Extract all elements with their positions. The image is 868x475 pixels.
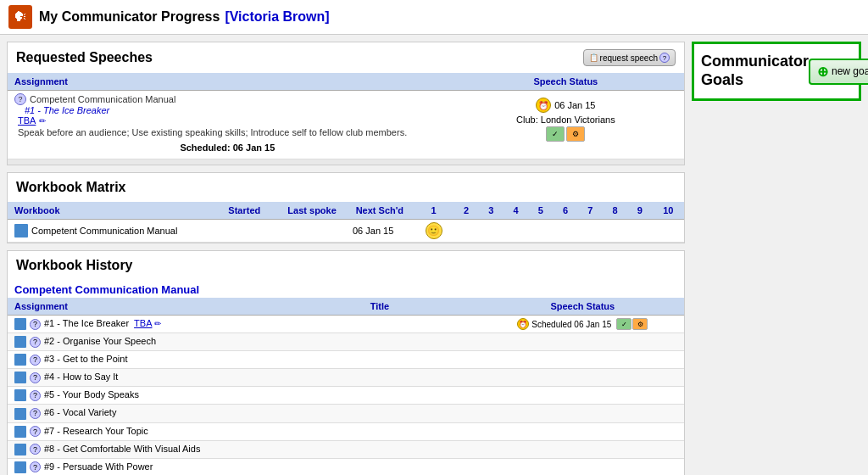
speech-num: #7 - Research Your Topic: [44, 426, 148, 436]
history-assignment-cell: ?#5 - Your Body Speaks: [8, 387, 278, 405]
history-title-cell: [278, 422, 481, 440]
history-status-cell: ⏰Scheduled 06 Jan 15✓⚙: [481, 316, 684, 333]
col-10: 10: [653, 202, 684, 220]
status-date: 06 Jan 15: [554, 100, 595, 110]
history-title-cell: [278, 387, 481, 405]
manual-name: Competent Communication Manual: [30, 94, 175, 104]
row-help-icon[interactable]: ?: [30, 444, 41, 455]
col-workbook: Workbook: [8, 202, 210, 220]
right-panel: Communicator Goals ⊕ new goal: [692, 42, 861, 475]
page-title: My Communicator Progress: [39, 9, 220, 25]
col-last-spoke: Last spoke: [278, 202, 346, 220]
status-action-icon-2[interactable]: ⚙: [632, 318, 648, 330]
col-5: 5: [528, 202, 553, 220]
history-status-cell: [481, 422, 684, 440]
row-help-icon[interactable]: ?: [30, 408, 41, 419]
book-icon: [14, 224, 28, 238]
speech-num: #3 - Get to the Point: [44, 354, 127, 364]
history-status-cell: [481, 387, 684, 405]
history-title-cell: [278, 316, 481, 333]
speech-num: #8 - Get Comfortable With Visual Aids: [44, 444, 200, 454]
history-title-cell: [278, 369, 481, 387]
matrix-speech-4: [504, 220, 528, 243]
matrix-speech-5: [528, 220, 553, 243]
matrix-next-schd: 06 Jan 15: [346, 220, 414, 243]
history-assignment-cell: ?#9 - Persuade With Power: [8, 458, 278, 475]
row-help-icon[interactable]: ?: [30, 390, 41, 401]
history-assignment-cell: ?#3 - Get to the Point: [8, 351, 278, 369]
workbook-history-section: Workbook History Competent Communication…: [7, 250, 685, 475]
row-help-icon[interactable]: ?: [30, 426, 41, 437]
matrix-workbook-name: Competent Communication Manual: [31, 226, 177, 236]
communicator-goals-title: Communicator Goals: [701, 53, 809, 89]
col-3: 3: [479, 202, 504, 220]
matrix-speech-8: [603, 220, 627, 243]
workbook-matrix-header: Workbook Matrix: [8, 173, 684, 202]
new-goal-button[interactable]: ⊕ new goal: [809, 59, 868, 85]
row-book-icon: [14, 408, 26, 420]
status-text: Scheduled 06 Jan 15: [531, 320, 611, 329]
speech-num: #2 - Organise Your Speech: [44, 336, 156, 346]
col-9: 9: [627, 202, 652, 220]
row-book-icon: [14, 444, 26, 455]
speech-row-1: ? Competent Communication Manual #1 - Th…: [8, 91, 684, 159]
history-assignment-cell: ?#7 - Research Your Topic: [8, 422, 278, 440]
row-help-icon[interactable]: ?: [30, 355, 41, 366]
history-status-cell: [481, 458, 684, 475]
page-header: 🗣 My Communicator Progress [Victoria Bro…: [0, 0, 868, 35]
history-row: ?#4 - How to Say It: [8, 369, 684, 387]
workbook-history-header: Workbook History: [8, 251, 684, 280]
speech-description: Speak before an audience; Use existing s…: [14, 126, 441, 139]
edit-pencil-icon[interactable]: ✏: [39, 116, 46, 126]
col-next-schd: Next Sch'd: [346, 202, 414, 220]
row-book-icon: [14, 426, 26, 438]
history-status-cell: [481, 369, 684, 387]
history-manual-title: Competent Communication Manual: [8, 280, 684, 298]
row-help-icon[interactable]: ?: [30, 337, 41, 348]
edit-icon[interactable]: ✏: [154, 319, 161, 328]
row-help-icon[interactable]: ?: [30, 372, 41, 383]
row-help-icon[interactable]: ?: [30, 461, 41, 472]
row-help-icon[interactable]: ?: [30, 319, 41, 330]
col-started: Started: [210, 202, 278, 220]
tba-label[interactable]: TBA: [18, 115, 36, 126]
matrix-started: [210, 220, 278, 243]
matrix-speech-1: 🙂: [414, 220, 454, 243]
history-assignment-cell: ?#6 - Vocal Variety: [8, 405, 278, 422]
history-row: ?#7 - Research Your Topic: [8, 422, 684, 440]
tba-label[interactable]: TBA: [134, 318, 152, 328]
scheduled-line: Scheduled: 06 Jan 15: [14, 139, 441, 156]
row-book-icon: [14, 318, 26, 330]
history-assignment-cell: ?#8 - Get Comfortable With Visual Aids: [8, 440, 278, 458]
history-row: ?#8 - Get Comfortable With Visual Aids: [8, 440, 684, 458]
speech-num: #4 - How to Say It: [44, 372, 118, 382]
request-speech-button[interactable]: 📋 request speech ?: [583, 49, 676, 66]
status-action-icon-1[interactable]: ✓: [616, 318, 632, 330]
history-title-cell: [278, 351, 481, 369]
history-status-cell: [481, 440, 684, 458]
row-book-icon: [14, 461, 26, 473]
action-icon-1[interactable]: ✓: [546, 126, 565, 142]
col-8: 8: [603, 202, 627, 220]
matrix-speech-10: [653, 220, 684, 243]
history-assignment-cell: ?#2 - Organise Your Speech: [8, 333, 278, 351]
matrix-row-1: Competent Communication Manual 06 Jan 15…: [8, 220, 684, 243]
matrix-speech-3: [479, 220, 504, 243]
action-icon-2[interactable]: ⚙: [566, 126, 585, 142]
history-col-status: Speech Status: [481, 298, 684, 316]
history-assignment-cell: ?#1 - The Ice BreakerTBA✏: [8, 316, 278, 333]
history-row: ?#1 - The Ice BreakerTBA✏⏰Scheduled 06 J…: [8, 316, 684, 333]
requested-speeches-section: Requested Speeches 📋 request speech ? As…: [7, 42, 685, 165]
status-scheduled-icon: ⏰: [536, 98, 551, 113]
requested-speeches-header: Requested Speeches 📋 request speech ?: [8, 42, 684, 73]
row-book-icon: [14, 336, 26, 348]
action-icons: ✓ ⚙: [546, 126, 585, 142]
history-col-title: Title: [278, 298, 481, 316]
col-assignment: Assignment: [8, 73, 448, 91]
col-6: 6: [553, 202, 577, 220]
plus-icon: ⊕: [817, 64, 828, 80]
col-1: 1: [414, 202, 454, 220]
row-book-icon: [14, 389, 26, 401]
history-title-cell: [278, 440, 481, 458]
manual-help-icon[interactable]: ?: [14, 93, 26, 105]
